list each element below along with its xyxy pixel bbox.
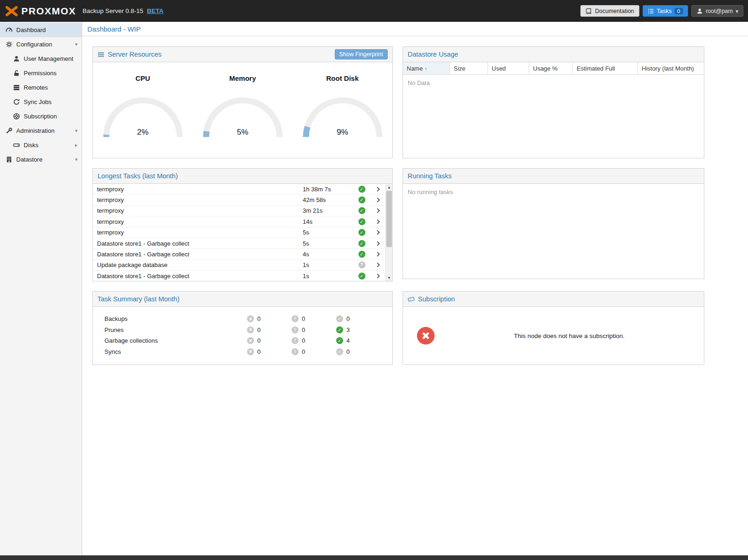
task-row[interactable]: termproxy 14s bbox=[93, 216, 385, 227]
task-row[interactable]: Datastore store1 - Garbage collect 4s bbox=[93, 249, 385, 260]
gauge-value: 2% bbox=[100, 128, 186, 137]
task-summary-panel: Task Summary (last Month) Backups 0 0 0 … bbox=[92, 291, 393, 365]
task-summary-title: Task Summary (last Month) bbox=[98, 295, 179, 303]
sidebar-item-label: Configuration bbox=[16, 41, 52, 48]
status-ok-icon bbox=[358, 218, 365, 225]
warning-icon bbox=[292, 348, 299, 355]
column-header-used[interactable]: Used bbox=[488, 62, 529, 74]
support-icon bbox=[13, 113, 20, 120]
chevron-right-icon[interactable] bbox=[371, 229, 385, 235]
task-row[interactable]: Datastore store1 - Garbage collect 5s bbox=[93, 238, 385, 249]
sidebar-item-configuration[interactable]: Configuration bbox=[0, 37, 82, 52]
warning-count: 0 bbox=[302, 348, 305, 355]
tasks-button[interactable]: Tasks 0 bbox=[643, 5, 688, 17]
column-header-size[interactable]: Size bbox=[450, 62, 488, 74]
task-summary-row-backups[interactable]: Backups 0 0 0 bbox=[93, 313, 392, 325]
task-name: termproxy bbox=[93, 218, 303, 225]
chevron-right-icon[interactable] bbox=[371, 273, 385, 279]
gauge-label: Memory bbox=[193, 74, 293, 82]
user-menu-button[interactable]: root@pam bbox=[691, 5, 743, 17]
status-ok-icon bbox=[358, 186, 365, 193]
task-duration: 5s bbox=[303, 229, 353, 236]
error-icon bbox=[247, 315, 254, 322]
sidebar-item-datastore[interactable]: Datastore bbox=[0, 152, 82, 167]
subscription-panel: Subscription This node does not have a s… bbox=[403, 291, 704, 365]
task-summary-row-prunes[interactable]: Prunes 0 0 3 bbox=[93, 325, 392, 336]
task-name: termproxy bbox=[93, 196, 303, 203]
task-row[interactable]: termproxy 5s bbox=[93, 228, 385, 238]
chevron-right-icon[interactable] bbox=[371, 251, 385, 257]
ok-count: 0 bbox=[346, 348, 350, 355]
sidebar-item-user-management[interactable]: User Management bbox=[0, 52, 82, 66]
longest-tasks-panel: Longest Tasks (last Month) termproxy 1h … bbox=[92, 168, 393, 281]
status-ok-icon bbox=[358, 273, 365, 280]
ticket-icon bbox=[408, 296, 415, 303]
error-icon bbox=[247, 326, 254, 333]
task-row[interactable]: Datastore store1 - Garbage collect 1s bbox=[93, 271, 385, 281]
column-header-estimated-full[interactable]: Estimated Full bbox=[573, 62, 638, 74]
chevron-right-icon[interactable] bbox=[371, 262, 385, 268]
gauge-value: 9% bbox=[299, 128, 386, 137]
task-duration: 1s bbox=[303, 261, 353, 268]
running-tasks-panel: Running Tasks No running tasks bbox=[403, 168, 704, 279]
column-header-usage[interactable]: Usage % bbox=[529, 62, 573, 74]
task-summary-row-garbage-collections[interactable]: Garbage collections 0 0 4 bbox=[93, 335, 392, 346]
beta-link[interactable]: BETA bbox=[147, 7, 163, 14]
warning-count: 0 bbox=[302, 326, 305, 333]
warning-icon bbox=[292, 315, 299, 322]
resources-icon bbox=[98, 51, 104, 58]
sidebar-item-label: Administration bbox=[16, 127, 54, 134]
show-fingerprint-button[interactable]: Show Fingerprint bbox=[335, 49, 388, 59]
user-menu-label: root@pam bbox=[706, 8, 733, 14]
sidebar-item-label: Dashboard bbox=[16, 26, 46, 33]
tools-icon bbox=[6, 127, 13, 134]
scrollbar-thumb[interactable] bbox=[386, 191, 392, 247]
no-running-tasks-text: No running tasks bbox=[403, 184, 704, 200]
documentation-button[interactable]: Documentation bbox=[580, 5, 639, 17]
task-row[interactable]: termproxy 3m 21s bbox=[93, 206, 385, 216]
sidebar-item-subscription[interactable]: Subscription bbox=[0, 109, 82, 124]
task-row[interactable]: Update package database 1s bbox=[93, 260, 385, 271]
memory-gauge: Memory 5% bbox=[193, 74, 293, 139]
documentation-label: Documentation bbox=[595, 8, 634, 14]
task-row[interactable]: termproxy 42m 58s bbox=[93, 195, 385, 205]
status-ok-icon bbox=[358, 240, 365, 247]
sidebar-item-dashboard[interactable]: Dashboard bbox=[0, 23, 82, 37]
chevron-right-icon[interactable] bbox=[371, 208, 385, 214]
error-icon bbox=[247, 348, 254, 355]
chevron-right-icon[interactable] bbox=[371, 219, 385, 225]
task-duration: 5s bbox=[303, 240, 353, 247]
sidebar-item-sync-jobs[interactable]: Sync Jobs bbox=[0, 95, 82, 109]
datastore-table-header: Name Size Used Usage % Estimated Full Hi… bbox=[403, 62, 704, 75]
sidebar-item-permissions[interactable]: Permissions bbox=[0, 66, 82, 80]
scroll-down-icon[interactable] bbox=[386, 274, 392, 281]
status-ok-icon bbox=[358, 251, 365, 258]
scroll-up-icon[interactable] bbox=[386, 184, 392, 190]
topbar-actions: Documentation Tasks 0 root@pam bbox=[580, 5, 743, 17]
chevron-right-icon[interactable] bbox=[371, 241, 385, 247]
task-summary-header: Task Summary (last Month) bbox=[93, 292, 392, 307]
task-summary-row-syncs[interactable]: Syncs 0 0 0 bbox=[93, 346, 392, 358]
sidebar-item-administration[interactable]: Administration bbox=[0, 124, 82, 138]
warning-icon bbox=[292, 326, 299, 333]
task-name: Datastore store1 - Garbage collect bbox=[93, 240, 303, 247]
sidebar-item-label: Disks bbox=[24, 142, 39, 149]
sidebar-item-remotes[interactable]: Remotes bbox=[0, 80, 82, 95]
sidebar-item-disks[interactable]: Disks bbox=[0, 138, 82, 152]
status-unknown-icon bbox=[358, 261, 365, 268]
scrollbar[interactable] bbox=[385, 184, 392, 281]
task-row[interactable]: termproxy 1h 38m 7s bbox=[93, 184, 385, 195]
main-content: Dashboard - WIP Server Resources Show Fi… bbox=[82, 22, 748, 555]
column-header-history[interactable]: History (last Month) bbox=[638, 62, 704, 74]
server-resources-header: Server Resources Show Fingerprint bbox=[93, 47, 392, 62]
chevron-right-icon[interactable] bbox=[371, 186, 385, 192]
sidebar-item-label: Subscription bbox=[24, 113, 57, 120]
building-icon bbox=[6, 156, 13, 163]
ok-icon bbox=[336, 337, 343, 344]
column-header-name[interactable]: Name bbox=[403, 62, 450, 74]
chevron-right-icon[interactable] bbox=[371, 197, 385, 203]
status-ok-icon bbox=[358, 196, 365, 203]
sidebar: Dashboard Configuration User Management … bbox=[0, 22, 82, 555]
status-ok-icon bbox=[358, 207, 365, 214]
gauge-label: CPU bbox=[93, 74, 193, 82]
